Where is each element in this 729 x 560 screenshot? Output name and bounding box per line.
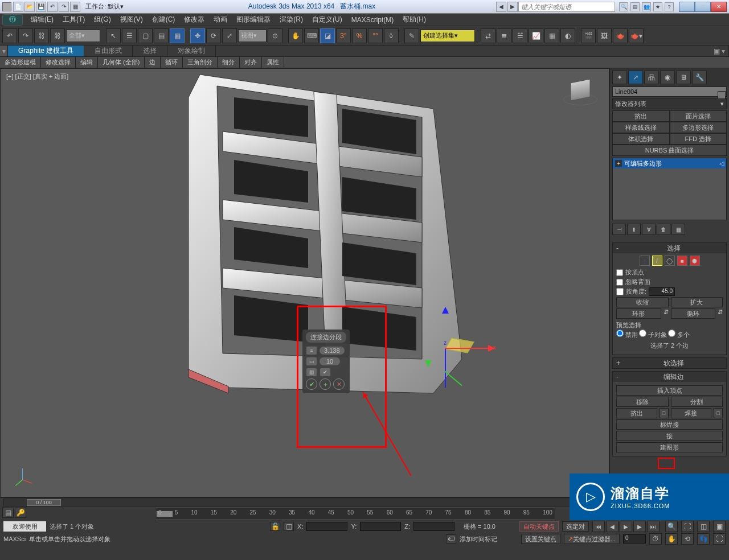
- select-button[interactable]: ↖: [106, 28, 121, 43]
- stack-showend-icon[interactable]: Ⅱ: [627, 224, 641, 235]
- prev-icon[interactable]: ◀: [496, 2, 506, 12]
- chk-ignore-back[interactable]: 忽略背面: [616, 278, 723, 286]
- y-coord[interactable]: [360, 522, 401, 531]
- timeconfig-icon[interactable]: ▤: [2, 508, 14, 518]
- viewport[interactable]: [+] [正交] [真实 + 边面]: [0, 68, 609, 497]
- btn-grow[interactable]: 扩大: [671, 297, 723, 307]
- close-button[interactable]: ✕: [711, 2, 727, 12]
- maxscript-tag[interactable]: MAXSci: [3, 536, 26, 542]
- chk-by-angle[interactable]: [616, 288, 624, 295]
- by-angle-value[interactable]: 45.0: [649, 287, 675, 296]
- search-input[interactable]: [518, 2, 615, 12]
- qat-new[interactable]: 📄: [13, 2, 23, 12]
- radio-subobj[interactable]: 子对象: [639, 330, 667, 339]
- key-filter-button[interactable]: ↗ 关键点过滤器...: [564, 534, 620, 544]
- btn-insert-vertex[interactable]: 插入顶点: [616, 385, 723, 396]
- curve-editor-button[interactable]: 📈: [529, 28, 543, 43]
- named-selset[interactable]: 创建选择集 ▾: [420, 30, 475, 42]
- ribbon-tab-freeform[interactable]: 自由形式: [84, 46, 133, 56]
- schematic-button[interactable]: ▦: [544, 28, 559, 43]
- sub-align[interactable]: 对齐: [240, 57, 262, 68]
- app-logo[interactable]: ⓜ: [2, 14, 23, 26]
- snap-magnet[interactable]: ⧲: [384, 28, 399, 43]
- sub-loop[interactable]: 循环: [161, 57, 183, 68]
- goto-end-icon[interactable]: ⏭: [647, 521, 660, 532]
- rollout-selection-header[interactable]: -选择: [613, 243, 726, 253]
- menu-tools[interactable]: 工具(T): [58, 14, 89, 26]
- ref-coord-dropdown[interactable]: 视图 ▾: [238, 30, 267, 42]
- stack-vortex-icon[interactable]: ◁: [719, 160, 724, 167]
- btn-ffdsel-mod[interactable]: FFD 选择: [670, 133, 727, 145]
- add-time-marker[interactable]: 添加时间标记: [460, 535, 497, 543]
- time-config-icon[interactable]: ⏱: [649, 533, 662, 545]
- play-icon[interactable]: ▶: [620, 521, 632, 532]
- render-button[interactable]: 🫖: [613, 28, 628, 43]
- menu-modifiers[interactable]: 修改器: [179, 14, 209, 26]
- unlink-button[interactable]: ⛓̸: [50, 28, 65, 43]
- object-color-swatch[interactable]: [718, 91, 726, 99]
- qat-project[interactable]: ▦: [70, 2, 80, 12]
- btn-remove[interactable]: 移除: [616, 397, 669, 407]
- panel-motion-icon[interactable]: ◉: [660, 71, 675, 84]
- goto-start-icon[interactable]: ⏮: [592, 521, 605, 532]
- btn-shrink[interactable]: 收缩: [616, 297, 669, 307]
- x-coord[interactable]: [306, 522, 347, 531]
- sub-polygon-icon[interactable]: ■: [677, 256, 687, 266]
- radio-multi[interactable]: 多个: [668, 330, 690, 339]
- keyboard-button[interactable]: ⌨: [304, 28, 319, 43]
- menu-views[interactable]: 视图(V): [116, 14, 148, 26]
- help-icon[interactable]: ?: [665, 2, 674, 11]
- sub-edit[interactable]: 编辑: [76, 57, 98, 68]
- abs-rel-icon[interactable]: ◫: [284, 522, 294, 531]
- qat-open[interactable]: 📂: [24, 2, 35, 12]
- qat-undo[interactable]: ↶: [47, 2, 58, 12]
- manip-button[interactable]: ✋: [288, 28, 303, 43]
- ribbon-expand[interactable]: ▾: [0, 46, 8, 56]
- btn-facesel-mod[interactable]: 面片选择: [670, 110, 727, 122]
- tag-icon[interactable]: 🏷: [446, 534, 456, 543]
- ribbon-tab-selection[interactable]: 选择: [133, 46, 167, 56]
- menu-help[interactable]: 帮助(H): [398, 14, 431, 26]
- nav-fov-icon[interactable]: ◫: [697, 521, 710, 532]
- btn-shape-from-edges[interactable]: 建图形: [616, 442, 723, 452]
- pivot-button[interactable]: ⊙: [268, 28, 282, 43]
- scale-button[interactable]: ⤢: [222, 28, 237, 43]
- btn-loop[interactable]: 循环: [671, 308, 716, 319]
- btn-connect-dialog[interactable]: 接: [616, 431, 723, 441]
- btn-extrude-mod[interactable]: 挤出: [612, 110, 670, 122]
- btn-target-weld[interactable]: 标焊接: [616, 419, 723, 430]
- nav-zoomall-icon[interactable]: ⛶: [681, 521, 694, 532]
- ring-spinner[interactable]: ⇵: [664, 308, 669, 319]
- rotate-button[interactable]: ⟳: [206, 28, 221, 43]
- rollout-editedge-header[interactable]: -编辑边: [613, 372, 726, 382]
- rect-select-button[interactable]: ▢: [138, 28, 153, 43]
- sub-edge-icon[interactable]: /: [652, 256, 662, 266]
- keymode-icon[interactable]: 🔑: [15, 508, 26, 518]
- rendered-frame-button[interactable]: 🖼: [597, 28, 612, 43]
- modifier-stack[interactable]: +可编辑多边形 ◁: [612, 158, 727, 220]
- workspace-label[interactable]: 工作台: 默认 ▾: [85, 2, 124, 11]
- qat-save[interactable]: 💾: [36, 2, 46, 12]
- fav-icon[interactable]: ★: [653, 2, 662, 11]
- object-name-field[interactable]: [612, 87, 727, 97]
- stack-config-icon[interactable]: ▦: [671, 224, 685, 235]
- nav-max-icon[interactable]: ⛶: [713, 533, 726, 545]
- render-prod-button[interactable]: 🫖▾: [629, 28, 644, 43]
- qat-redo[interactable]: ↷: [59, 2, 69, 12]
- stack-unique-icon[interactable]: ∀: [642, 224, 656, 235]
- btn-split[interactable]: 分割: [671, 397, 723, 407]
- menu-animation[interactable]: 动画: [209, 14, 232, 26]
- chk-by-vertex[interactable]: 按顶点: [616, 268, 723, 277]
- minimize-button[interactable]: —: [679, 2, 695, 12]
- viewport-label[interactable]: [+] [正交] [真实 + 边面]: [6, 72, 68, 81]
- sub-tri[interactable]: 三角剖分: [183, 57, 218, 68]
- menu-group[interactable]: 组(G): [89, 14, 115, 26]
- sub-modsel[interactable]: 修改选择: [41, 57, 76, 68]
- stack-pin-icon[interactable]: ⊣: [612, 224, 626, 235]
- menu-maxscript[interactable]: MAXScript(M): [347, 15, 399, 25]
- panel-hierarchy-icon[interactable]: 品: [644, 71, 659, 84]
- lock-selection-icon[interactable]: 🔓: [270, 522, 280, 531]
- menu-create[interactable]: 创建(C): [148, 14, 180, 26]
- ribbon-tab-paint[interactable]: 对象绘制: [167, 46, 216, 56]
- sub-props[interactable]: 属性: [262, 57, 284, 68]
